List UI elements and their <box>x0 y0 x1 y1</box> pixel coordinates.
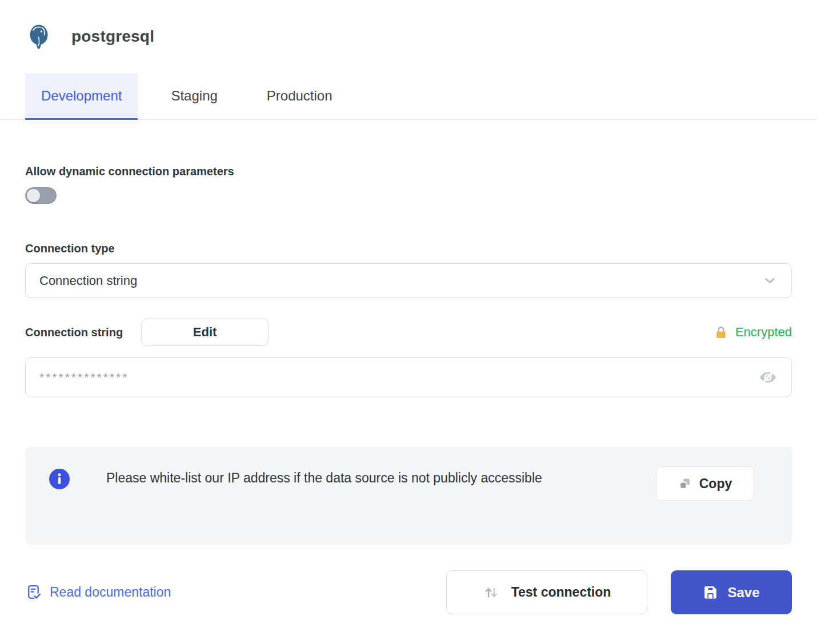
connection-type-value: Connection string <box>39 273 137 288</box>
banner-message: Please white-list our IP address if the … <box>106 466 542 489</box>
save-button[interactable]: Save <box>671 570 792 614</box>
connection-type-select[interactable]: Connection string <box>25 263 792 298</box>
copy-button[interactable]: Copy <box>656 466 754 501</box>
tab-development[interactable]: Development <box>25 73 138 119</box>
document-check-icon <box>25 583 43 601</box>
connection-form: Allow dynamic connection parameters Conn… <box>0 164 817 641</box>
lock-icon <box>714 325 728 340</box>
read-documentation-label: Read documentation <box>50 585 171 600</box>
tab-production[interactable]: Production <box>251 73 349 119</box>
encrypted-label: Encrypted <box>735 325 792 340</box>
environment-tabs: Development Staging Production <box>0 73 817 120</box>
save-icon <box>703 585 718 600</box>
read-documentation-link[interactable]: Read documentation <box>25 583 171 601</box>
dynamic-params-toggle[interactable] <box>25 187 57 204</box>
chevron-down-icon <box>762 273 778 288</box>
postgresql-logo-icon <box>27 23 50 50</box>
footer-actions: Read documentation Test connection <box>25 570 792 641</box>
tab-staging[interactable]: Staging <box>155 73 233 119</box>
save-button-label: Save <box>727 585 759 601</box>
eye-off-icon[interactable] <box>758 368 778 387</box>
connection-settings-page: postgresql Development Staging Productio… <box>0 0 817 644</box>
edit-button[interactable]: Edit <box>141 319 269 346</box>
toggle-knob <box>27 189 40 202</box>
ip-whitelist-banner: Please white-list our IP address if the … <box>25 447 792 545</box>
dynamic-params-label: Allow dynamic connection parameters <box>25 164 792 178</box>
copy-icon <box>678 477 691 490</box>
encrypted-badge: Encrypted <box>714 325 792 340</box>
connection-string-row: Connection string Edit Encrypted <box>25 319 792 346</box>
masked-value: ************** <box>39 371 129 384</box>
page-title: postgresql <box>71 27 154 46</box>
test-connection-button[interactable]: Test connection <box>446 570 647 614</box>
test-connection-label: Test connection <box>511 585 611 600</box>
connection-string-input[interactable]: ************** <box>25 357 792 397</box>
connection-type-label: Connection type <box>25 242 792 255</box>
info-icon <box>49 469 70 489</box>
connection-string-label: Connection string <box>25 325 123 339</box>
copy-button-label: Copy <box>699 476 732 492</box>
header: postgresql <box>0 0 817 50</box>
arrows-up-down-icon <box>483 584 500 601</box>
